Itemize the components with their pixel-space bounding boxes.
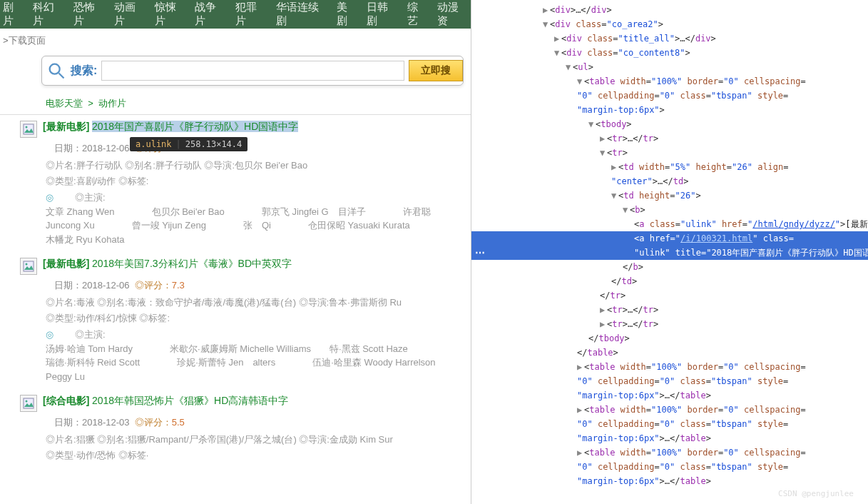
- nav-item[interactable]: 美剧: [337, 1, 357, 28]
- image-icon: [20, 258, 37, 275]
- category-nav: 剧片 科幻片 恐怖片 动画片 惊悚片 战争片 犯罪片 华语连续剧 美剧 日韩剧 …: [0, 0, 471, 29]
- breadcrumb-link[interactable]: 下载页面: [9, 35, 46, 46]
- nav-item[interactable]: 犯罪片: [235, 1, 266, 28]
- nav-item[interactable]: 华语连续剧: [276, 1, 327, 28]
- movie-item: [综合电影] 2018年韩国恐怖片《猖獗》HD高清韩语中字 日期：2018-12…: [46, 395, 471, 462]
- watermark: CSDN @pengjunlee: [778, 489, 854, 498]
- movie-category-link[interactable]: [最新电影]: [43, 258, 89, 269]
- search-button[interactable]: 立即搜: [409, 60, 463, 81]
- devtools-elements[interactable]: ▶<div>…</div> ▼<div class="co_area2"> ▶<…: [471, 0, 868, 504]
- movie-title-link[interactable]: 2018年韩国恐怖片《猖獗》HD高清韩语中字: [92, 395, 288, 406]
- nav-item[interactable]: 日韩剧: [367, 1, 397, 28]
- svg-point-7: [26, 400, 28, 403]
- inspector-tooltip: a.ulink | 258.13×14.4: [130, 137, 247, 151]
- search-icon: [46, 61, 66, 81]
- nav-item[interactable]: 动画片: [114, 1, 145, 28]
- svg-point-0: [50, 64, 60, 74]
- movie-item: [最新电影] 2018年国产喜剧片《胖子行动队》HD国语中字 日期：2018-1…: [46, 121, 471, 246]
- image-icon: [20, 121, 37, 138]
- search-input[interactable]: [101, 61, 404, 81]
- devtools-ellipsis-icon[interactable]: ⋯: [472, 246, 488, 260]
- movie-title-link[interactable]: 2018年国产喜剧片《胖子行动队》HD国语中字: [92, 121, 298, 132]
- movie-category-link[interactable]: [最新电影]: [43, 121, 89, 132]
- site-breadcrumb: 电影天堂 > 动作片: [0, 93, 471, 115]
- search-box: 搜索: 立即搜: [41, 56, 464, 86]
- nav-item[interactable]: 科幻片: [33, 1, 63, 28]
- nav-item[interactable]: 综艺: [407, 1, 427, 28]
- category-link[interactable]: 动作片: [98, 98, 126, 109]
- image-icon: [20, 395, 37, 412]
- movie-list: [最新电影] 2018年国产喜剧片《胖子行动队》HD国语中字 日期：2018-1…: [0, 115, 471, 462]
- selected-dom-node[interactable]: <a href="/i/100321.html" class="ulink" t…: [471, 231, 868, 260]
- movie-category-link[interactable]: [综合电影]: [43, 395, 89, 406]
- nav-item[interactable]: 剧片: [3, 1, 23, 28]
- svg-line-1: [59, 74, 64, 79]
- search-label: 搜索:: [71, 64, 97, 79]
- nav-item[interactable]: 动漫资: [437, 1, 468, 28]
- nav-item[interactable]: 惊悚片: [155, 1, 185, 28]
- movie-item: [最新电影] 2018年美国7.3分科幻片《毒液》BD中英双字 日期：2018-…: [46, 258, 471, 383]
- nav-item[interactable]: 战争片: [195, 1, 225, 28]
- breadcrumb: >下载页面: [0, 29, 471, 53]
- movie-title-link[interactable]: 2018年美国7.3分科幻片《毒液》BD中英双字: [92, 258, 292, 269]
- nav-item[interactable]: 恐怖片: [73, 1, 104, 28]
- svg-point-5: [26, 263, 28, 266]
- site-home-link[interactable]: 电影天堂: [46, 98, 83, 109]
- svg-point-3: [26, 126, 28, 128]
